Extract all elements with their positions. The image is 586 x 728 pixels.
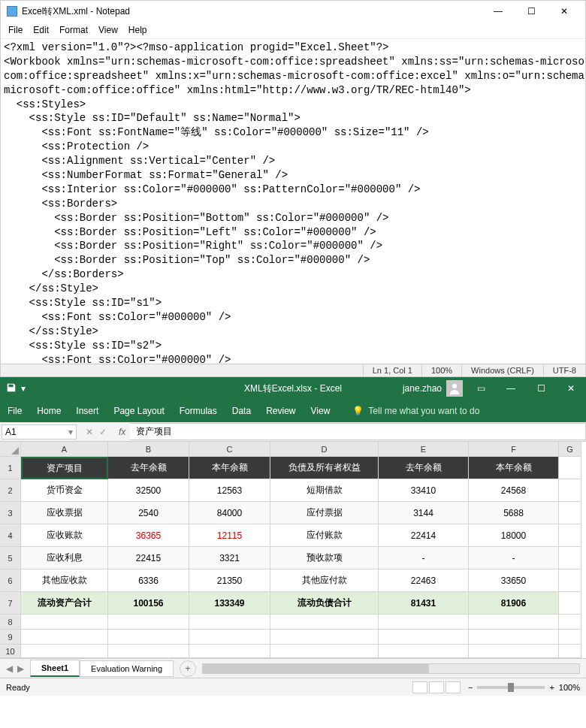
cell[interactable]: [559, 524, 581, 547]
tab-formulas[interactable]: Formulas: [180, 406, 217, 416]
cell[interactable]: 流动负债合计: [270, 592, 379, 615]
row-header[interactable]: 8: [0, 615, 21, 630]
cell[interactable]: 84000: [189, 502, 270, 524]
cell[interactable]: 3144: [379, 502, 469, 524]
cell[interactable]: 12563: [189, 479, 270, 502]
column-header[interactable]: F: [469, 442, 559, 457]
cell[interactable]: 应付账款: [270, 524, 379, 547]
cell[interactable]: [559, 615, 581, 630]
menu-edit[interactable]: Edit: [33, 25, 49, 35]
cell[interactable]: [270, 630, 379, 645]
cell[interactable]: [559, 502, 581, 524]
spreadsheet-grid[interactable]: 12345678910 A资产项目货币资金应收票据应收账款应收利息其他应收款流动…: [0, 442, 586, 658]
cell[interactable]: 21350: [189, 569, 270, 592]
close-button[interactable]: ✕: [556, 377, 586, 400]
cell[interactable]: [21, 615, 108, 630]
cell[interactable]: 5688: [469, 502, 559, 524]
menu-help[interactable]: Help: [128, 25, 147, 35]
tab-data[interactable]: Data: [232, 406, 251, 416]
cell[interactable]: 81431: [379, 592, 469, 615]
cell[interactable]: [559, 630, 581, 645]
cell[interactable]: 12115: [189, 524, 270, 547]
cell[interactable]: [21, 630, 108, 645]
cell[interactable]: 22414: [379, 524, 469, 547]
minimize-button[interactable]: —: [483, 4, 513, 19]
cell[interactable]: 去年余额: [379, 457, 469, 479]
menu-view[interactable]: View: [98, 25, 118, 35]
excel-titlebar[interactable]: ▾ XML转Excel.xlsx - Excel jane.zhao ▭ — ☐…: [0, 377, 586, 400]
column-header[interactable]: C: [189, 442, 270, 457]
cell[interactable]: 去年余额: [108, 457, 189, 479]
cell[interactable]: 本年余额: [469, 457, 559, 479]
formula-input[interactable]: 资产项目: [130, 423, 586, 440]
cell[interactable]: [559, 569, 581, 592]
column-header[interactable]: E: [379, 442, 469, 457]
page-break-view-button[interactable]: [446, 681, 461, 693]
notepad-textarea[interactable]: <?xml version="1.0"?><?mso-application p…: [1, 39, 585, 364]
row-header[interactable]: 6: [0, 569, 21, 592]
cell[interactable]: 3321: [189, 547, 270, 569]
tab-next-icon[interactable]: ▶: [17, 663, 24, 674]
tab-prev-icon[interactable]: ◀: [6, 663, 13, 674]
tab-home[interactable]: Home: [37, 406, 61, 416]
cell[interactable]: [270, 645, 379, 658]
cancel-icon[interactable]: ✕: [86, 427, 93, 437]
cell[interactable]: [559, 457, 581, 479]
cell[interactable]: [559, 479, 581, 502]
row-header[interactable]: 9: [0, 630, 21, 645]
cell[interactable]: -: [469, 547, 559, 569]
cell[interactable]: 33410: [379, 479, 469, 502]
row-header[interactable]: 10: [0, 645, 21, 658]
cell[interactable]: 32500: [108, 479, 189, 502]
tab-review[interactable]: Review: [266, 406, 295, 416]
select-all-corner[interactable]: [0, 442, 21, 457]
maximize-button[interactable]: ☐: [516, 4, 546, 19]
cell[interactable]: 本年余额: [189, 457, 270, 479]
cell[interactable]: [108, 615, 189, 630]
cell[interactable]: 6336: [108, 569, 189, 592]
cell[interactable]: 36365: [108, 524, 189, 547]
qat-dropdown-icon[interactable]: ▾: [21, 383, 26, 394]
cell[interactable]: 流动资产合计: [21, 592, 108, 615]
cell[interactable]: 应收账款: [21, 524, 108, 547]
sheet-tab-sheet1[interactable]: Sheet1: [30, 660, 80, 677]
horizontal-scrollbar[interactable]: [202, 663, 580, 674]
name-box[interactable]: A1 ▾: [2, 424, 77, 440]
cell[interactable]: 22415: [108, 547, 189, 569]
cell[interactable]: [21, 645, 108, 658]
cell[interactable]: 资产项目: [21, 457, 108, 479]
column-header[interactable]: A: [21, 442, 108, 457]
minimize-button[interactable]: —: [496, 377, 526, 400]
cell[interactable]: [189, 645, 270, 658]
cell[interactable]: [469, 615, 559, 630]
page-layout-view-button[interactable]: [429, 681, 444, 693]
cell[interactable]: [559, 547, 581, 569]
close-button[interactable]: ✕: [549, 4, 579, 19]
maximize-button[interactable]: ☐: [526, 377, 556, 400]
cell[interactable]: [559, 592, 581, 615]
cell[interactable]: [559, 645, 581, 658]
cell[interactable]: [379, 645, 469, 658]
row-header[interactable]: 2: [0, 479, 21, 502]
cell[interactable]: 应收票据: [21, 502, 108, 524]
row-header[interactable]: 7: [0, 592, 21, 615]
cell[interactable]: [270, 615, 379, 630]
cell[interactable]: [189, 615, 270, 630]
cell[interactable]: 其他应收款: [21, 569, 108, 592]
cell[interactable]: 应收利息: [21, 547, 108, 569]
menu-format[interactable]: Format: [59, 25, 88, 35]
cell[interactable]: -: [379, 547, 469, 569]
menu-file[interactable]: File: [8, 25, 23, 35]
enter-icon[interactable]: ✓: [99, 427, 107, 437]
fx-icon[interactable]: fx: [114, 427, 130, 437]
cell[interactable]: 24568: [469, 479, 559, 502]
row-header[interactable]: 1: [0, 457, 21, 479]
tell-me[interactable]: 💡 Tell me what you want to do: [352, 406, 479, 416]
tab-view[interactable]: View: [311, 406, 331, 416]
ribbon-options-button[interactable]: ▭: [466, 377, 496, 400]
column-header[interactable]: G: [559, 442, 581, 457]
add-sheet-button[interactable]: +: [180, 660, 196, 677]
cell[interactable]: 应付票据: [270, 502, 379, 524]
cell[interactable]: [379, 630, 469, 645]
notepad-titlebar[interactable]: Excel转XML.xml - Notepad — ☐ ✕: [1, 1, 585, 22]
